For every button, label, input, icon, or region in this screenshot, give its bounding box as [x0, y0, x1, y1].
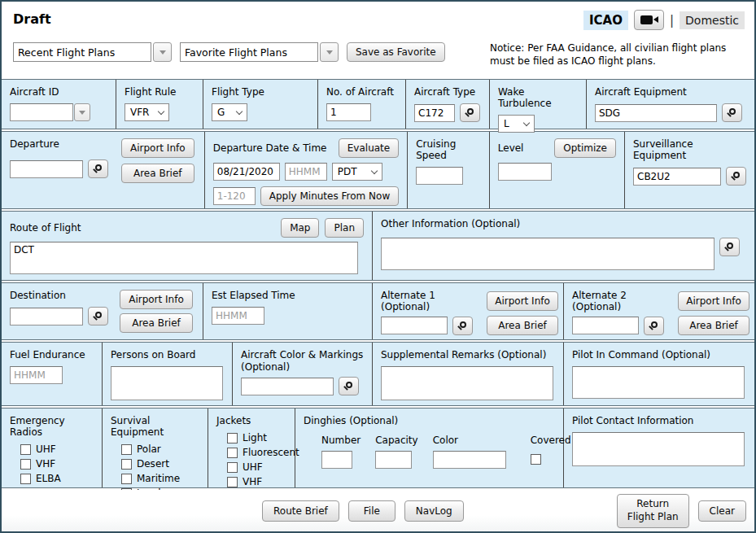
plan-button[interactable]: Plan [325, 218, 364, 238]
alternate2-airport-info-button[interactable]: Airport Info [678, 291, 749, 311]
surveillance-label: Surveillance Equipment [633, 138, 746, 161]
other-information-textarea[interactable] [381, 238, 714, 270]
route-brief-button[interactable]: Route Brief [262, 500, 339, 522]
video-tutorial-button[interactable] [634, 10, 664, 30]
departure-date-input[interactable] [213, 163, 280, 181]
pilot-contact-textarea[interactable] [572, 432, 745, 466]
est-elapsed-input[interactable] [212, 307, 264, 325]
apply-minutes-button[interactable]: Apply Minutes From Now [260, 186, 399, 206]
aircraft-id-cell: Aircraft ID [2, 80, 116, 129]
aircraft-type-search-button[interactable] [460, 103, 480, 122]
aircraft-equipment-input[interactable] [595, 104, 717, 122]
route-of-flight-textarea[interactable]: DCT [10, 242, 358, 274]
evaluate-button[interactable]: Evaluate [339, 138, 399, 158]
persons-on-board-input[interactable] [111, 366, 223, 400]
departure-airport-info-button[interactable]: Airport Info [121, 138, 194, 158]
chevron-down-icon [158, 107, 164, 114]
flight-type-select[interactable]: G [212, 103, 247, 121]
alternate1-cell: Alternate 1 (Optional) Airport Info Area… [373, 283, 564, 339]
survival-desert-checkbox[interactable] [121, 459, 132, 470]
wake-turbulence-label: Wake Turbulence [498, 86, 578, 109]
recent-flight-plans-input[interactable] [13, 42, 151, 62]
departure-input[interactable] [10, 160, 83, 178]
radio-uhf-checkbox[interactable] [20, 444, 31, 455]
destination-airport-info-button[interactable]: Airport Info [120, 290, 193, 309]
icao-mode-toggle[interactable]: ICAO [583, 11, 628, 30]
survival-polar-checkbox[interactable] [121, 444, 132, 455]
return-flight-plan-button[interactable]: Return Flight Plan [617, 494, 689, 527]
wake-turbulence-select[interactable]: L [498, 115, 535, 133]
favorite-flight-plans-input[interactable] [180, 42, 318, 62]
surveillance-search-button[interactable] [726, 167, 746, 186]
color-markings-cell: Aircraft Color & Markings (Optional) [233, 343, 373, 405]
departure-search-button[interactable] [88, 159, 108, 178]
supplemental-remarks-textarea[interactable] [381, 366, 553, 400]
minutes-from-now-input[interactable] [213, 187, 256, 205]
favorite-flight-plans-dropdown-button[interactable] [320, 42, 339, 62]
surveillance-cell: Surveillance Equipment [625, 132, 754, 208]
save-as-favorite-button[interactable]: Save as Favorite [347, 42, 445, 62]
survival-equipment-cell: Survival Equipment Polar Desert Maritime… [103, 408, 208, 487]
aircraft-equipment-search-button[interactable] [722, 103, 742, 122]
dinghies-capacity-input[interactable] [375, 451, 412, 469]
supplemental-remarks-cell: Supplemental Remarks (Optional) [373, 343, 564, 405]
alternate1-search-button[interactable] [452, 317, 473, 335]
surveillance-input[interactable] [633, 168, 721, 186]
alternate2-area-brief-button[interactable]: Area Brief [678, 316, 749, 335]
departure-cell: Departure Airport Info Area Brief [2, 132, 205, 208]
jacket-uhf-checkbox[interactable] [227, 462, 238, 473]
jacket-vhf-checkbox[interactable] [227, 477, 238, 487]
aircraft-equipment-label: Aircraft Equipment [595, 86, 746, 98]
departure-time-input[interactable] [285, 163, 327, 181]
radio-vhf-checkbox[interactable] [20, 459, 31, 470]
survival-equipment-label: Survival Equipment [111, 415, 204, 438]
timezone-select[interactable]: PDT [332, 163, 382, 181]
recent-flight-plans-dropdown-button[interactable] [153, 42, 172, 62]
color-markings-search-button[interactable] [339, 377, 359, 395]
jacket-light-checkbox[interactable] [227, 433, 238, 443]
cruising-speed-label: Cruising Speed [416, 138, 481, 161]
alternate1-input[interactable] [381, 317, 448, 334]
clear-button[interactable]: Clear [698, 500, 746, 522]
alternate2-search-button[interactable] [644, 317, 664, 335]
level-input[interactable] [498, 163, 552, 181]
jacket-vhf-label: VHF [243, 476, 262, 487]
domestic-mode-toggle[interactable]: Domestic [680, 11, 745, 29]
num-aircraft-label: No. of Aircraft [326, 86, 397, 98]
file-button[interactable]: File [348, 500, 395, 522]
alternate1-area-brief-button[interactable]: Area Brief [487, 316, 558, 335]
chevron-down-icon [371, 167, 378, 173]
destination-input[interactable] [10, 308, 83, 325]
dinghies-number-input[interactable] [321, 451, 352, 469]
wake-turbulence-cell: Wake Turbulence L [490, 80, 587, 129]
search-icon [95, 164, 102, 171]
survival-maritime-checkbox[interactable] [121, 474, 132, 484]
navlog-button[interactable]: NavLog [404, 500, 464, 522]
pilot-in-command-textarea[interactable] [572, 366, 745, 399]
map-button[interactable]: Map [281, 218, 319, 238]
pilot-contact-label: Pilot Contact Information [572, 415, 746, 426]
departure-area-brief-button[interactable]: Area Brief [121, 164, 194, 183]
optimize-button[interactable]: Optimize [554, 138, 616, 158]
other-information-search-button[interactable] [719, 238, 740, 256]
destination-cell: Destination Airport Info Area Brief [2, 283, 203, 339]
aircraft-type-input[interactable] [414, 104, 455, 122]
jackets-label: Jackets [216, 415, 293, 426]
destination-search-button[interactable] [88, 307, 108, 325]
radio-elba-checkbox[interactable] [20, 474, 31, 484]
alternate1-airport-info-button[interactable]: Airport Info [487, 291, 558, 311]
destination-area-brief-button[interactable]: Area Brief [120, 313, 193, 333]
num-aircraft-input[interactable] [326, 103, 371, 121]
flight-rule-select[interactable]: VFR [125, 103, 169, 121]
dinghies-color-input[interactable] [433, 451, 506, 469]
alternate2-input[interactable] [572, 317, 639, 334]
jacket-fluorescent-checkbox[interactable] [227, 448, 238, 458]
color-markings-input[interactable] [241, 378, 334, 395]
jackets-cell: Jackets Light Fluorescent UHF VHF [208, 408, 295, 487]
aircraft-id-input[interactable] [10, 103, 73, 121]
cruising-speed-input[interactable] [416, 167, 463, 185]
search-icon [95, 312, 102, 318]
fuel-endurance-input[interactable] [10, 366, 63, 384]
aircraft-id-dropdown-button[interactable] [74, 103, 90, 121]
dinghies-covered-checkbox[interactable] [531, 454, 541, 465]
